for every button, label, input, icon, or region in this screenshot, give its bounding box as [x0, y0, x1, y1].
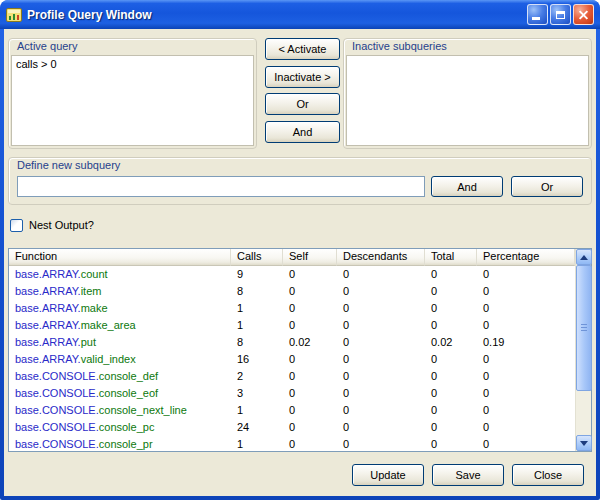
and-button[interactable]: And — [265, 121, 340, 143]
cell-function: base.CONSOLE.console_pr — [9, 436, 231, 451]
cell-descendants: 0 — [337, 419, 425, 436]
cell-self: 0 — [283, 385, 337, 402]
cell-percentage: 0 — [477, 266, 575, 283]
cell-percentage: 0 — [477, 317, 575, 334]
cell-function: base.CONSOLE.console_eof — [9, 385, 231, 402]
table-row[interactable]: base.ARRAY.valid_index 16 0 0 0 0 — [9, 351, 575, 368]
cell-function: base.CONSOLE.console_pc — [9, 419, 231, 436]
app-icon — [6, 7, 22, 23]
table-row[interactable]: base.CONSOLE.console_eof 3 0 0 0 0 — [9, 385, 575, 402]
function-qualifier: base.ARRAY. — [15, 268, 81, 280]
cell-total: 0 — [425, 266, 477, 283]
column-header-calls[interactable]: Calls — [231, 249, 283, 266]
scroll-up-button[interactable] — [576, 249, 592, 265]
table-row[interactable]: base.CONSOLE.console_next_line 1 0 0 0 0 — [9, 402, 575, 419]
cell-self: 0 — [283, 402, 337, 419]
table-row[interactable]: base.CONSOLE.console_pc 24 0 0 0 0 — [9, 419, 575, 436]
cell-percentage: 0 — [477, 436, 575, 451]
cell-self: 0 — [283, 436, 337, 451]
table-row[interactable]: base.ARRAY.count 9 0 0 0 0 — [9, 266, 575, 283]
cell-percentage: 0 — [477, 283, 575, 300]
column-header-function[interactable]: Function — [9, 249, 231, 266]
maximize-icon — [556, 11, 565, 19]
inactivate-button[interactable]: Inactivate > — [265, 66, 340, 88]
cell-calls: 1 — [231, 436, 283, 451]
cell-self: 0 — [283, 368, 337, 385]
cell-function: base.ARRAY.make — [9, 300, 231, 317]
cell-total: 0 — [425, 283, 477, 300]
nest-output-label: Nest Output? — [29, 219, 94, 231]
maximize-button[interactable] — [550, 4, 571, 25]
active-query-group: Active query calls > 0 — [8, 38, 257, 149]
active-query-list[interactable]: calls > 0 — [11, 55, 254, 146]
subquery-input[interactable] — [17, 176, 425, 197]
function-qualifier: base.CONSOLE. — [15, 387, 99, 399]
subquery-or-button[interactable]: Or — [511, 176, 583, 197]
close-button[interactable] — [573, 4, 594, 25]
active-query-label: Active query — [17, 40, 78, 52]
cell-calls: 8 — [231, 334, 283, 351]
table-row[interactable]: base.ARRAY.item 8 0 0 0 0 — [9, 283, 575, 300]
column-header-descendants[interactable]: Descendants — [337, 249, 425, 266]
table-row[interactable]: base.ARRAY.make 1 0 0 0 0 — [9, 300, 575, 317]
function-feature: valid_index — [81, 353, 136, 365]
titlebar[interactable]: Profile Query Window — [0, 0, 600, 29]
scroll-down-button[interactable] — [576, 435, 592, 451]
inactive-subqueries-list[interactable] — [346, 55, 589, 146]
column-header-self[interactable]: Self — [283, 249, 337, 266]
inactive-subqueries-label: Inactive subqueries — [352, 40, 447, 52]
close-dialog-button[interactable]: Close — [512, 464, 584, 486]
cell-total: 0 — [425, 351, 477, 368]
window-controls — [527, 4, 594, 25]
table-row[interactable]: base.CONSOLE.console_def 2 0 0 0 0 — [9, 368, 575, 385]
cell-total: 0.02 — [425, 334, 477, 351]
update-button[interactable]: Update — [352, 464, 424, 486]
cell-descendants: 0 — [337, 385, 425, 402]
cell-self: 0 — [283, 351, 337, 368]
function-qualifier: base.ARRAY. — [15, 302, 81, 314]
cell-percentage: 0 — [477, 300, 575, 317]
activate-button[interactable]: < Activate — [265, 38, 340, 60]
cell-descendants: 0 — [337, 351, 425, 368]
cell-total: 0 — [425, 419, 477, 436]
or-button[interactable]: Or — [265, 93, 340, 115]
table-header: Function Calls Self Descendants Total Pe… — [9, 249, 575, 266]
column-header-total[interactable]: Total — [425, 249, 477, 266]
column-header-percentage[interactable]: Percentage — [477, 249, 575, 266]
function-qualifier: base.ARRAY. — [15, 353, 81, 365]
minimize-icon — [532, 17, 540, 20]
vertical-scrollbar[interactable] — [575, 249, 591, 451]
function-qualifier: base.ARRAY. — [15, 336, 81, 348]
cell-descendants: 0 — [337, 300, 425, 317]
nest-output-row: Nest Output? — [10, 218, 94, 232]
cell-self: 0 — [283, 419, 337, 436]
cell-percentage: 0 — [477, 351, 575, 368]
subquery-and-button[interactable]: And — [431, 176, 503, 197]
cell-descendants: 0 — [337, 368, 425, 385]
cell-total: 0 — [425, 368, 477, 385]
cell-total: 0 — [425, 436, 477, 451]
table-row[interactable]: base.CONSOLE.console_pr 1 0 0 0 0 — [9, 436, 575, 451]
cell-percentage: 0 — [477, 385, 575, 402]
table-row[interactable]: base.ARRAY.make_area 1 0 0 0 0 — [9, 317, 575, 334]
cell-self: 0 — [283, 266, 337, 283]
nest-output-checkbox[interactable] — [10, 219, 23, 232]
cell-total: 0 — [425, 385, 477, 402]
table-body: base.ARRAY.count 9 0 0 0 0 base.ARRAY.it… — [9, 266, 575, 451]
cell-descendants: 0 — [337, 317, 425, 334]
save-button[interactable]: Save — [432, 464, 504, 486]
scrollbar-thumb[interactable] — [576, 265, 592, 391]
cell-function: base.ARRAY.count — [9, 266, 231, 283]
cell-function: base.ARRAY.make_area — [9, 317, 231, 334]
cell-percentage: 0 — [477, 402, 575, 419]
active-query-item[interactable]: calls > 0 — [12, 56, 253, 72]
arrow-up-icon — [580, 255, 588, 260]
minimize-button[interactable] — [527, 4, 548, 25]
cell-calls: 3 — [231, 385, 283, 402]
function-feature: console_pc — [99, 421, 155, 433]
cell-percentage: 0.19 — [477, 334, 575, 351]
cell-self: 0 — [283, 283, 337, 300]
cell-function: base.CONSOLE.console_next_line — [9, 402, 231, 419]
table-row[interactable]: base.ARRAY.put 8 0.02 0 0.02 0.19 — [9, 334, 575, 351]
cell-descendants: 0 — [337, 266, 425, 283]
